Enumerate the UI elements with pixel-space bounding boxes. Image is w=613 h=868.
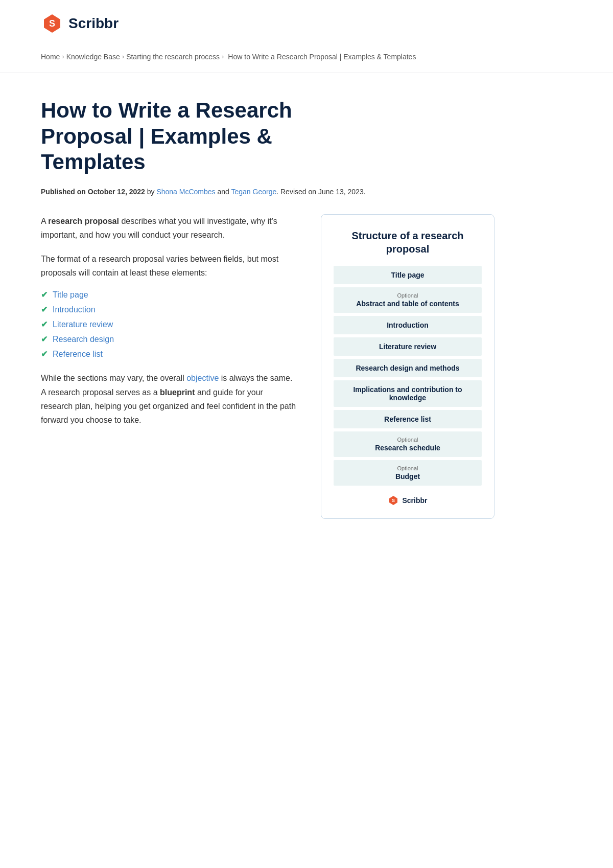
structure-item-reference-list: Reference list: [334, 410, 482, 428]
structure-item-budget: Optional Budget: [334, 460, 482, 486]
site-header: S Scribbr Home › Knowledge Base › Starti…: [0, 0, 613, 73]
list-item: ✔ Research design: [41, 334, 296, 344]
breadcrumb-knowledge-base[interactable]: Knowledge Base: [66, 51, 120, 62]
structure-items: Title page Optional Abstract and table o…: [334, 266, 482, 486]
right-column: Structure of a research proposal Title p…: [321, 214, 494, 519]
content-grid: A research proposal describes what you w…: [41, 214, 572, 519]
logo[interactable]: S Scribbr: [41, 12, 572, 35]
blueprint-term: blueprint: [160, 388, 195, 397]
card-footer-label: Scribbr: [402, 496, 427, 505]
breadcrumb-sep-1: ›: [62, 52, 64, 62]
intro-p1-term: research proposal: [48, 217, 119, 225]
check-icon-4: ✔: [41, 334, 48, 344]
intro-paragraph-2: The format of a research proposal varies…: [41, 252, 296, 280]
checklist-link-introduction[interactable]: Introduction: [53, 305, 96, 314]
published-date: October 12, 2022: [88, 188, 145, 196]
check-icon-1: ✔: [41, 290, 48, 300]
svg-text:S: S: [49, 18, 55, 29]
checklist-link-research-design[interactable]: Research design: [53, 335, 114, 344]
card-footer: S Scribbr: [334, 495, 482, 506]
revised-date: June 13, 2023: [318, 188, 364, 196]
structure-item-implications: Implications and contribution to knowled…: [334, 380, 482, 407]
item-label-title-page: Title page: [342, 271, 474, 279]
check-icon-5: ✔: [41, 349, 48, 359]
published-prefix: Published on: [41, 188, 88, 196]
item-sublabel-research-schedule: Optional: [342, 437, 474, 443]
scribbr-logo-icon: S: [41, 12, 63, 35]
left-column: A research proposal describes what you w…: [41, 214, 296, 438]
checklist-link-reference-list[interactable]: Reference list: [53, 350, 103, 359]
intro-p1-before: A: [41, 217, 48, 225]
item-label-abstract: Abstract and table of contents: [342, 300, 474, 308]
author2-link[interactable]: Tegan George: [231, 188, 276, 196]
objective-link[interactable]: objective: [186, 374, 219, 382]
breadcrumb: Home › Knowledge Base › Starting the res…: [41, 51, 572, 62]
card-footer-scribbr-icon: S: [388, 495, 399, 506]
list-item: ✔ Literature review: [41, 319, 296, 329]
structure-item-research-design: Research design and methods: [334, 359, 482, 377]
breadcrumb-current: How to Write a Research Proposal | Examp…: [228, 51, 416, 62]
svg-text:S: S: [392, 498, 395, 503]
and-label: and: [216, 188, 231, 196]
check-icon-2: ✔: [41, 305, 48, 314]
checklist-link-literature-review[interactable]: Literature review: [53, 320, 113, 329]
item-sublabel-budget: Optional: [342, 465, 474, 471]
structure-card: Structure of a research proposal Title p…: [321, 214, 494, 519]
author1-link[interactable]: Shona McCombes: [156, 188, 215, 196]
item-sublabel-abstract: Optional: [342, 292, 474, 299]
structure-item-research-schedule: Optional Research schedule: [334, 431, 482, 457]
item-label-introduction: Introduction: [342, 321, 474, 329]
intro-paragraph-1: A research proposal describes what you w…: [41, 214, 296, 242]
breadcrumb-research-process[interactable]: Starting the research process: [126, 51, 220, 62]
list-item: ✔ Title page: [41, 290, 296, 300]
structure-item-literature-review: Literature review: [334, 337, 482, 356]
page-title: How to Write a Research Proposal | Examp…: [41, 98, 327, 175]
breadcrumb-sep-2: ›: [122, 52, 124, 62]
item-label-literature-review: Literature review: [342, 342, 474, 351]
structure-item-introduction: Introduction: [334, 316, 482, 334]
list-item: ✔ Reference list: [41, 349, 296, 359]
list-item: ✔ Introduction: [41, 305, 296, 314]
check-icon-3: ✔: [41, 319, 48, 329]
item-label-research-schedule: Research schedule: [342, 444, 474, 452]
card-title: Structure of a research proposal: [334, 229, 482, 256]
period: .: [364, 188, 366, 196]
meta-line: Published on October 12, 2022 by Shona M…: [41, 188, 572, 196]
item-label-implications: Implications and contribution to knowled…: [342, 385, 474, 402]
checklist: ✔ Title page ✔ Introduction ✔ Literature…: [41, 290, 296, 359]
structure-item-title-page: Title page: [334, 266, 482, 284]
by-label: by: [145, 188, 157, 196]
item-label-research-design: Research design and methods: [342, 364, 474, 372]
outro-before: While the sections may vary, the overall: [41, 374, 186, 382]
breadcrumb-home[interactable]: Home: [41, 51, 60, 62]
item-label-reference-list: Reference list: [342, 415, 474, 423]
checklist-link-title-page[interactable]: Title page: [53, 290, 88, 300]
logo-text: Scribbr: [68, 15, 119, 32]
main-content: How to Write a Research Proposal | Examp…: [0, 73, 613, 559]
revised-prefix: . Revised on: [276, 188, 318, 196]
structure-item-abstract: Optional Abstract and table of contents: [334, 287, 482, 313]
outro-paragraph: While the sections may vary, the overall…: [41, 371, 296, 427]
breadcrumb-sep-3: ›: [222, 52, 224, 62]
item-label-budget: Budget: [342, 472, 474, 481]
